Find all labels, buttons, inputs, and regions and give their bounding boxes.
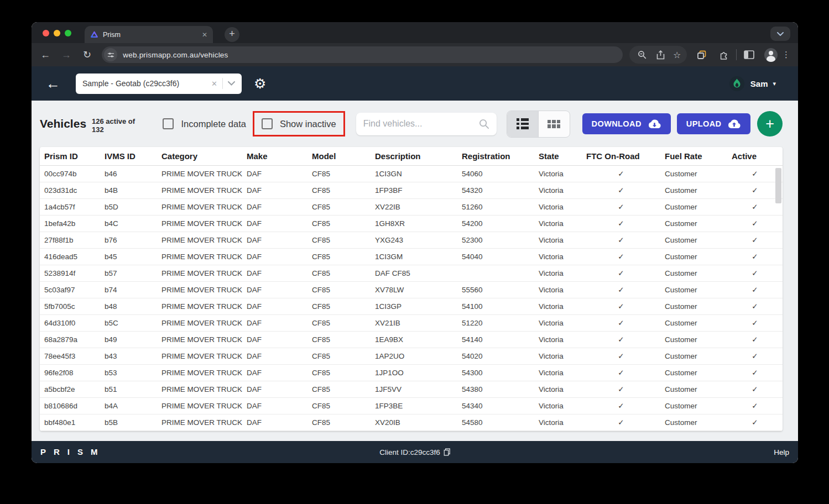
help-link[interactable]: Help [774, 448, 789, 456]
table-row[interactable]: 416dead5b45PRIME MOVER TRUCKDAFCF851CI3G… [40, 249, 783, 265]
cell-prism_id: 416dead5 [40, 249, 100, 265]
table-row[interactable]: 1befa42bb4CPRIME MOVER TRUCKDAFCF851GH8X… [40, 216, 783, 232]
zoom-icon[interactable] [635, 48, 649, 61]
cell-active: ✓ [727, 232, 783, 248]
cell-registration: 54300 [457, 365, 534, 381]
cell-prism_id: a5bcbf2e [40, 381, 100, 397]
cell-model: CF85 [307, 265, 371, 281]
table-row[interactable]: 00cc974bb46PRIME MOVER TRUCKDAFCF851CI3G… [40, 166, 783, 182]
show-inactive-checkbox[interactable] [262, 118, 273, 129]
close-window-button[interactable] [43, 30, 49, 36]
tab-close-icon[interactable]: ✕ [202, 31, 207, 39]
table-scrollbar[interactable] [775, 168, 781, 203]
cell-make: DAF [242, 199, 307, 215]
back-icon[interactable]: ← [38, 49, 53, 61]
table-row[interactable]: a5bcbf2eb51PRIME MOVER TRUCKDAFCF851JF5V… [40, 381, 783, 398]
cell-registration: 54020 [457, 348, 534, 364]
table-row[interactable]: 27f88f1bb76PRIME MOVER TRUCKDAFCF85YXG24… [40, 232, 783, 249]
cell-description: 1FP3BF [371, 182, 457, 198]
column-header-ftc_on_road[interactable]: FTC On-Road [582, 147, 660, 165]
cell-ftc_on_road: ✓ [582, 216, 660, 232]
cell-make: DAF [242, 414, 307, 431]
table-row[interactable]: 64d310f0b5CPRIME MOVER TRUCKDAFCF85XV21I… [40, 315, 783, 332]
minimize-window-button[interactable] [54, 30, 60, 36]
cell-prism_id: 27f88f1b [40, 232, 100, 248]
column-header-fuel_rate[interactable]: Fuel Rate [660, 147, 727, 165]
client-selector[interactable]: Sample - Geotab (c29cc3f6) ✕ [76, 74, 242, 94]
selector-chevron-icon[interactable] [228, 81, 235, 86]
show-inactive-label: Show inactive [280, 119, 336, 129]
tab-search-button[interactable] [770, 27, 790, 41]
cell-model: CF85 [307, 232, 371, 248]
upload-button[interactable]: UPLOAD [677, 113, 751, 134]
browser-window: Prism ✕ + ← → ↻ web.prismapp.com.au/vehi… [32, 22, 798, 463]
profile-avatar-icon[interactable] [764, 48, 778, 61]
grid-view-icon [548, 120, 561, 128]
forward-icon[interactable]: → [59, 49, 74, 61]
search-input[interactable] [363, 119, 479, 129]
column-header-description[interactable]: Description [371, 147, 457, 165]
app-back-icon[interactable]: ← [46, 76, 60, 91]
column-header-prism_id[interactable]: Prism ID [40, 147, 100, 165]
column-header-registration[interactable]: Registration [457, 147, 534, 165]
brand-letter: I [67, 447, 70, 456]
cell-state: Victoria [534, 348, 582, 364]
address-bar[interactable]: web.prismapp.com.au/vehicles [102, 46, 623, 63]
table-row[interactable]: 023d31dcb4BPRIME MOVER TRUCKDAFCF851FP3B… [40, 182, 783, 199]
add-vehicle-button[interactable]: + [757, 111, 783, 136]
table-row[interactable]: 5238914fb57PRIME MOVER TRUCKDAFCF85DAF C… [40, 265, 783, 282]
cell-description: 1CI3GN [371, 166, 457, 182]
browser-menu-icon[interactable]: ⋮ [782, 50, 790, 60]
grid-view-button[interactable] [539, 111, 570, 137]
share-icon[interactable] [654, 48, 668, 61]
table-header: Prism IDIVMS IDCategoryMakeModelDescript… [40, 147, 783, 166]
column-header-state[interactable]: State [534, 147, 582, 165]
incomplete-data-checkbox-group[interactable]: Incomplete data [163, 118, 246, 129]
table-row[interactable]: 78ee45f3b43PRIME MOVER TRUCKDAFCF851AP2U… [40, 348, 783, 365]
column-header-ivms_id[interactable]: IVMS ID [100, 147, 157, 165]
column-header-model[interactable]: Model [307, 147, 371, 165]
cell-active: ✓ [727, 381, 783, 397]
cloud-upload-icon [727, 119, 741, 129]
table-row[interactable]: 96fe2f08b53PRIME MOVER TRUCKDAFCF851JP1O… [40, 365, 783, 381]
list-view-button[interactable] [507, 111, 539, 137]
show-inactive-checkbox-group[interactable]: Show inactive [262, 118, 336, 129]
table-row[interactable]: 5c03af97b74PRIME MOVER TRUCKDAFCF85XV78L… [40, 282, 783, 298]
table-row[interactable]: 1a4cb57fb5DPRIME MOVER TRUCKDAFCF85XV22I… [40, 199, 783, 216]
column-header-active[interactable]: Active [727, 147, 783, 165]
cell-ftc_on_road: ✓ [582, 398, 660, 414]
reload-icon[interactable]: ↻ [80, 49, 95, 61]
vehicle-search[interactable] [356, 113, 497, 135]
cell-make: DAF [242, 216, 307, 232]
cell-state: Victoria [534, 298, 582, 314]
cell-category: PRIME MOVER TRUCK [157, 282, 242, 298]
incomplete-data-checkbox[interactable] [163, 118, 174, 129]
cell-model: CF85 [307, 249, 371, 265]
side-panel-icon[interactable] [742, 48, 755, 61]
clear-selection-icon[interactable]: ✕ [211, 80, 217, 88]
bookmark-star-icon[interactable]: ☆ [673, 50, 681, 60]
table-row[interactable]: bbf480e1b5BPRIME MOVER TRUCKDAFCF85XV20I… [40, 414, 783, 431]
tab-organize-icon[interactable] [696, 48, 709, 61]
app-header: ← Sample - Geotab (c29cc3f6) ✕ ⚙ Sam ▾ [32, 66, 798, 101]
browser-tab-prism[interactable]: Prism ✕ [85, 26, 213, 43]
download-button[interactable]: DOWNLOAD [582, 113, 671, 134]
cell-category: PRIME MOVER TRUCK [157, 381, 242, 397]
new-tab-button[interactable]: + [225, 27, 239, 42]
column-header-make[interactable]: Make [242, 147, 307, 165]
extensions-puzzle-icon[interactable] [717, 48, 731, 61]
site-info-icon[interactable] [104, 48, 117, 61]
user-menu[interactable]: Sam ▾ [729, 76, 776, 91]
copy-icon[interactable] [444, 448, 450, 456]
cell-category: PRIME MOVER TRUCK [157, 265, 242, 281]
table-row[interactable]: 68a2879ab49PRIME MOVER TRUCKDAFCF851EA9B… [40, 332, 783, 348]
maximize-window-button[interactable] [65, 30, 71, 36]
column-header-category[interactable]: Category [157, 147, 242, 165]
cell-model: CF85 [307, 298, 371, 314]
table-row[interactable]: 5fb7005cb48PRIME MOVER TRUCKDAFCF851CI3G… [40, 298, 783, 315]
table-row[interactable]: b810686db4APRIME MOVER TRUCKDAFCF851FP3B… [40, 398, 783, 414]
settings-gear-icon[interactable]: ⚙ [254, 76, 266, 92]
cell-description: XV20IB [371, 414, 457, 431]
cell-state: Victoria [534, 414, 582, 431]
cell-state: Victoria [534, 332, 582, 348]
